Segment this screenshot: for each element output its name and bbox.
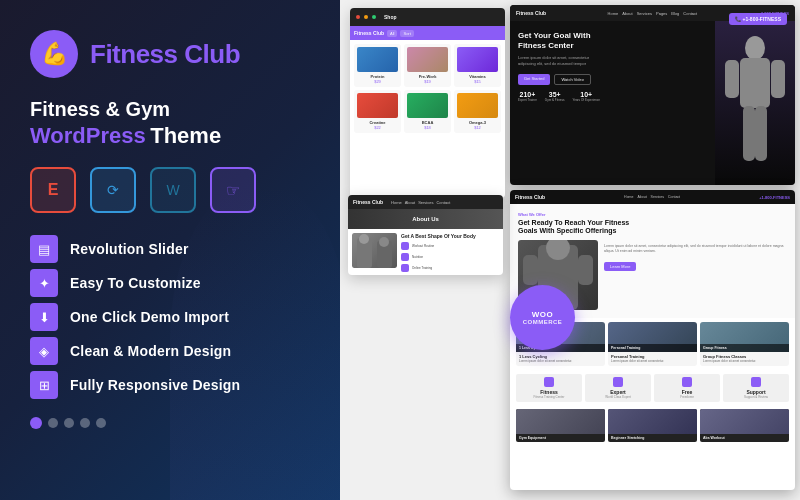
features-list: ▤ Revolution Slider ✦ Easy To Customize … <box>30 235 310 399</box>
svg-rect-2 <box>725 60 739 98</box>
stat-years: 10+ Years Of Experience <box>573 91 600 102</box>
product-6: Omega-3 $12 <box>454 90 501 133</box>
dot-1[interactable] <box>30 417 42 429</box>
svg-rect-12 <box>523 255 538 285</box>
svg-rect-5 <box>755 106 767 161</box>
hero-logo: Fitness Club <box>516 10 546 16</box>
about-screenshot: Fitness Club Home About Services Contact… <box>348 195 503 275</box>
service-training-img: Personal Training <box>608 322 697 352</box>
icon-badges-row: E ⟳ W ☞ <box>30 167 310 213</box>
about-banner: About Us <box>348 209 503 229</box>
product-6-img <box>457 93 498 118</box>
feature-responsive: ⊞ Fully Responsive Design <box>30 371 310 399</box>
stat-world-expert: Expert World Class Expert <box>585 374 651 402</box>
bottom-services: Gym Equipment Beginner Stretching Abs Wo… <box>510 406 795 445</box>
about-banner-text: About Us <box>412 216 439 222</box>
quix-badge[interactable]: ⟳ <box>90 167 136 213</box>
about-feat-nutrition-text: Nutrition <box>412 255 423 259</box>
elementor-badge[interactable]: E <box>30 167 76 213</box>
bs-equipment: Gym Equipment <box>516 409 605 442</box>
stat-support-icon <box>751 377 761 387</box>
product-2-img <box>407 47 448 72</box>
stat-support: Support Support & Review <box>723 374 789 402</box>
hero-watch-video-btn[interactable]: Watch Video <box>554 74 590 85</box>
hero-nav: Home About Services Pages Blog Contact <box>608 11 698 16</box>
about-people-svg <box>352 233 397 268</box>
product-5-price: $18 <box>407 125 448 130</box>
hero-desc: Lorem ipsum dolor sit amet, consectetura… <box>518 55 707 66</box>
bs-abs: Abs Workout <box>700 409 789 442</box>
about-feat-nutrition: Nutrition <box>401 253 499 261</box>
brand-row: 💪 Fitness Club <box>30 30 310 78</box>
about-section-title: Get A Best Shape Of Your Body <box>401 233 499 239</box>
bs-stretching-label: Beginner Stretching <box>608 434 697 442</box>
dot-4[interactable] <box>80 418 90 428</box>
shop-nav: Fitness Club All Sort <box>350 26 505 40</box>
main-nav-about: About <box>637 195 646 199</box>
svg-rect-1 <box>740 58 770 108</box>
svg-point-0 <box>745 36 765 60</box>
stat-gyms: 35+ Gym & Fitness <box>545 91 565 102</box>
hero-person-svg <box>715 30 795 185</box>
shop-header: Shop <box>350 8 505 26</box>
service-group-desc: Lorem ipsum dolor sit amet consectetur. <box>700 360 789 366</box>
dot-5[interactable] <box>96 418 106 428</box>
hero-title: Get Your Goal WithFitness Center <box>518 31 707 50</box>
about-nav-about: About <box>405 200 415 205</box>
elementor-icon: E <box>48 181 59 199</box>
hero-person-bg <box>715 21 795 185</box>
service-training-desc: Lorem ipsum dolor sit amet consectetur. <box>608 360 697 366</box>
service-group-overlay: Group Fitness <box>700 344 789 352</box>
hero-stats: 210+ Expert Trainer 35+ Gym & Fitness 10… <box>518 91 707 102</box>
stat-freedom-lbl: Freedome <box>657 395 717 399</box>
service-training: Personal Training Personal Training Lore… <box>608 322 697 366</box>
service-cycling-desc: Lorem ipsum dolor sit amet consectetur. <box>516 360 605 366</box>
carousel-dots <box>30 417 310 429</box>
dot-2[interactable] <box>48 418 58 428</box>
dot-3[interactable] <box>64 418 74 428</box>
stat-fitness-icon <box>544 377 554 387</box>
svg-rect-4 <box>743 106 755 161</box>
about-nav: Home About Services Contact <box>391 200 450 205</box>
about-nav-services: Services <box>418 200 433 205</box>
feature-design-text: Clean & Modern Design <box>70 343 231 359</box>
about-logo: Fitness Club <box>353 199 383 205</box>
product-2: Pre-Work $19 <box>404 44 451 87</box>
feature-design-icon: ◈ <box>30 337 58 365</box>
touch-icon: ☞ <box>226 181 240 200</box>
brand-name-part1: Fitness <box>90 39 184 69</box>
brand-logo: 💪 <box>30 30 78 78</box>
hero-get-started-btn[interactable]: Get Started <box>518 74 550 85</box>
stat-trainers: 210+ Expert Trainer <box>518 91 537 102</box>
shop-nav-item: All <box>387 30 397 37</box>
offerings-title: Get Ready To Reach Your FitnessGoals Wit… <box>518 219 787 236</box>
about-nav-home: Home <box>391 200 402 205</box>
about-feat-online-icon <box>401 264 409 272</box>
bs-abs-label: Abs Workout <box>700 434 789 442</box>
stat-gyms-num: 35+ <box>545 91 565 98</box>
about-text: Get A Best Shape Of Your Body Workout Ro… <box>401 233 499 275</box>
product-4-img <box>357 93 398 118</box>
wordpress-badge[interactable]: W <box>150 167 196 213</box>
stat-trainers-label: Expert Trainer <box>518 98 537 102</box>
bs-abs-img <box>700 409 789 434</box>
shop-screenshot: Shop Fitness Club All Sort Protein $29 <box>350 8 505 198</box>
stat-fitness-lbl: Fitness Training Center <box>519 395 579 399</box>
touch-badge[interactable]: ☞ <box>210 167 256 213</box>
stat-gyms-label: Gym & Fitness <box>545 98 565 102</box>
main-nav: Home About Services Contact <box>624 195 680 199</box>
svg-point-7 <box>359 234 369 244</box>
offerings-cta[interactable]: Learn More <box>604 262 636 271</box>
feature-design: ◈ Clean & Modern Design <box>30 337 310 365</box>
shop-title: Shop <box>384 14 397 20</box>
about-feat-online-text: Online Training <box>412 266 432 270</box>
offerings-desc: Lorem ipsum dolor sit amet, consectetur … <box>604 244 787 255</box>
product-4: Creatine $22 <box>354 90 401 133</box>
hero-phone-badge: 📞 +1-800-FITNESS <box>729 13 787 25</box>
product-1: Protein $29 <box>354 44 401 87</box>
product-4-price: $22 <box>357 125 398 130</box>
about-image-block <box>352 233 397 268</box>
tagline: Fitness & Gym WordPress Theme <box>30 98 310 149</box>
about-feat-workout: Workout Routine <box>401 242 499 250</box>
stat-support-lbl: Support & Review <box>726 395 786 399</box>
